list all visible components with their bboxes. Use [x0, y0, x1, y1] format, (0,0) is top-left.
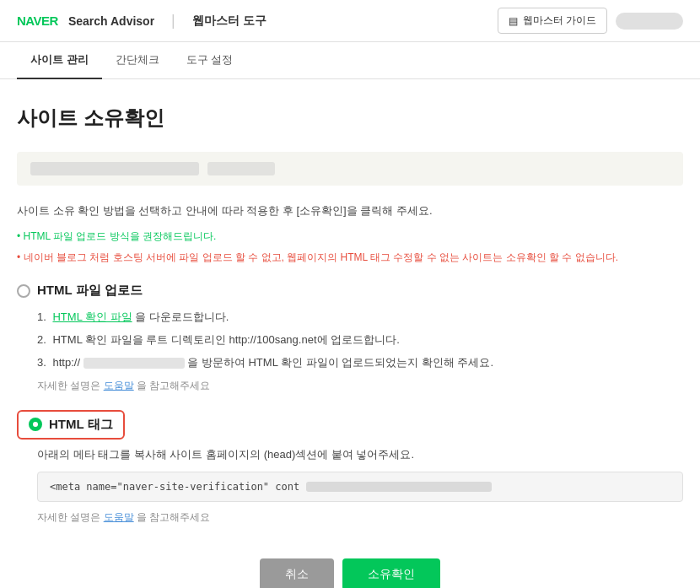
webmaster-tool-label: 웹마스터 도구 [192, 13, 267, 29]
guide-icon: ▤ [509, 15, 518, 27]
radio-circle-tag[interactable] [29, 418, 42, 431]
radio-label-upload: HTML 파일 업로드 [37, 283, 143, 299]
download-link[interactable]: HTML 확인 파일 [52, 310, 132, 323]
radio-html-upload[interactable]: HTML 파일 업로드 [17, 283, 683, 299]
site-url-blurred [30, 162, 199, 175]
radio-label-tag: HTML 태그 [49, 417, 113, 433]
search-advisor-title: Search Advisor [68, 14, 154, 28]
meta-tag-box[interactable]: <meta name="naver-site-verification" con… [37, 472, 683, 502]
header-divider: | [171, 12, 175, 30]
user-badge [616, 13, 683, 30]
confirm-button[interactable]: 소유확인 [342, 558, 440, 588]
site-url-blurred2 [207, 162, 275, 175]
step-3: 3. http:// 을 방문하여 HTML 확인 파일이 업로드되었는지 확인… [37, 354, 683, 372]
meta-tag-prefix: <meta name="naver-site-verification" con… [50, 481, 299, 493]
html-tag-content: 아래의 메타 태그를 복사해 사이트 홈페이지의 (head)섹션에 붙여 넣어… [17, 446, 683, 526]
main-description: 사이트 소유 확인 방법을 선택하고 안내에 따라 적용한 후 [소유확인]을 … [17, 202, 683, 220]
header-right: ▤ 웹마스터 가이드 [498, 8, 683, 34]
guide-button-label: 웹마스터 가이드 [523, 13, 596, 28]
nav-item-quick-check[interactable]: 간단체크 [102, 42, 173, 79]
tag-help-link[interactable]: 도움말 [104, 511, 134, 523]
html-upload-content: 1. HTML 확인 파일 을 다운로드합니다. 2. HTML 확인 파일을 … [17, 309, 683, 392]
step3-url-blurred [83, 358, 185, 369]
guide-button[interactable]: ▤ 웹마스터 가이드 [498, 8, 607, 34]
upload-help-link[interactable]: 도움말 [104, 380, 134, 391]
radio-html-tag-wrapper: HTML 태그 [17, 410, 683, 440]
nav: 사이트 관리 간단체크 도구 설정 [0, 42, 700, 79]
nav-item-tool-settings[interactable]: 도구 설정 [173, 42, 247, 79]
naver-logo: NAVER [17, 13, 58, 28]
upload-help-text: 자세한 설명은 도움말 을 참고해주세요 [37, 379, 683, 393]
radio-circle-upload[interactable] [17, 284, 30, 298]
html-tag-description: 아래의 메타 태그를 복사해 사이트 홈페이지의 (head)섹션에 붙여 넣어… [37, 446, 683, 464]
tag-help-text: 자세한 설명은 도움말 을 참고해주세요 [37, 510, 683, 525]
main-content: 사이트 소유확인 사이트 소유 확인 방법을 선택하고 안내에 따라 적용한 후… [0, 79, 700, 588]
radio-html-tag-highlight[interactable]: HTML 태그 [17, 410, 125, 440]
cancel-button[interactable]: 취소 [260, 558, 334, 588]
upload-steps: 1. HTML 확인 파일 을 다운로드합니다. 2. HTML 확인 파일을 … [37, 309, 683, 371]
step-1: 1. HTML 확인 파일 을 다운로드합니다. [37, 309, 683, 326]
button-area: 취소 소유확인 [17, 558, 683, 588]
site-selector [17, 152, 683, 186]
meta-tag-blurred [306, 482, 492, 492]
step-2: 2. HTML 확인 파일을 루트 디렉토리인 http://100sang.n… [37, 332, 683, 349]
header-left: NAVER Search Advisor | 웹마스터 도구 [17, 12, 267, 30]
page-title: 사이트 소유확인 [17, 105, 683, 132]
notice-html-upload: • HTML 파일 업로드 방식을 권장해드립니다. [17, 229, 683, 245]
header: NAVER Search Advisor | 웹마스터 도구 ▤ 웹마스터 가이… [0, 0, 700, 42]
notice-limitation: • 네이버 블로그 처럼 호스팅 서버에 파일 업로드 할 수 없고, 웹페이지… [17, 250, 683, 266]
nav-item-site-manage[interactable]: 사이트 관리 [17, 42, 102, 79]
